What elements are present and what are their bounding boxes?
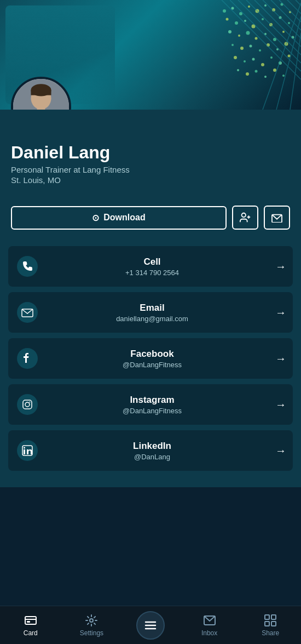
- profile-name: Daniel Lang: [11, 143, 290, 163]
- header-banner: [0, 0, 301, 110]
- svg-line-57: [290, 33, 301, 110]
- contact-cell-value: +1 314 790 2564: [40, 269, 264, 277]
- settings-nav-icon: [85, 614, 98, 627]
- svg-rect-90: [265, 622, 269, 626]
- svg-point-74: [30, 402, 31, 403]
- download-button[interactable]: ⊙ Download: [11, 206, 227, 230]
- contact-cell[interactable]: Cell +1 314 790 2564 →: [8, 246, 293, 287]
- svg-point-67: [17, 256, 38, 277]
- contact-facebook[interactable]: Facebook @DanLangFitness →: [8, 338, 293, 379]
- contact-linkedin-label: LinkedIn: [40, 441, 264, 452]
- contact-facebook-label: Facebook: [40, 349, 264, 360]
- email-icon: [271, 213, 283, 223]
- svg-point-63: [242, 213, 246, 217]
- svg-point-71: [17, 394, 38, 415]
- profile-section: Daniel Lang Personal Trainer at Lang Fit…: [0, 110, 301, 196]
- contact-facebook-text: Facebook @DanLangFitness: [40, 349, 275, 369]
- svg-rect-77: [24, 449, 25, 454]
- actions-section: ⊙ Download: [0, 196, 301, 241]
- add-contact-icon: [239, 212, 251, 224]
- instagram-icon: [17, 394, 38, 415]
- email-button[interactable]: [264, 206, 290, 230]
- contact-instagram[interactable]: Instagram @DanLangFitness →: [8, 384, 293, 425]
- svg-rect-61: [31, 90, 51, 95]
- svg-rect-91: [271, 622, 276, 626]
- nav-card[interactable]: Card: [14, 614, 47, 637]
- inbox-nav-icon: [203, 614, 216, 627]
- nav-share-label: Share: [262, 629, 279, 637]
- contact-cell-arrow: →: [275, 260, 286, 273]
- phone-icon-wrap: [15, 254, 40, 279]
- nav-inbox[interactable]: Inbox: [193, 614, 226, 637]
- contact-linkedin-text: LinkedIn @DanLang: [40, 441, 275, 461]
- download-label: Download: [103, 213, 145, 223]
- svg-point-78: [24, 447, 25, 449]
- contact-linkedin[interactable]: LinkedIn @DanLang →: [8, 430, 293, 471]
- svg-point-68: [17, 302, 38, 323]
- share-nav-icon: [264, 614, 277, 627]
- nav-settings[interactable]: Settings: [75, 614, 108, 637]
- nav-card-label: Card: [24, 629, 38, 637]
- nav-share[interactable]: Share: [254, 614, 287, 637]
- envelope-icon-wrap: [15, 300, 40, 325]
- avatar: [11, 77, 71, 110]
- svg-rect-62: [37, 107, 45, 110]
- avatar-container: [11, 77, 71, 110]
- contact-linkedin-value: @DanLang: [40, 453, 264, 461]
- nav-menu-button[interactable]: [136, 611, 165, 640]
- contact-cell-text: Cell +1 314 790 2564: [40, 257, 275, 277]
- facebook-icon-wrap: [15, 346, 40, 371]
- linkedin-icon: [17, 440, 38, 461]
- linkedin-icon-wrap: [15, 438, 40, 463]
- profile-location: St. Louis, MO: [11, 175, 290, 185]
- svg-line-56: [276, 16, 301, 110]
- svg-line-54: [222, 0, 301, 79]
- contact-cell-label: Cell: [40, 257, 264, 267]
- svg-rect-80: [25, 617, 36, 624]
- svg-rect-89: [271, 615, 276, 619]
- contact-linkedin-arrow: →: [275, 444, 286, 457]
- facebook-icon: [17, 348, 38, 369]
- envelope-icon: [17, 302, 38, 323]
- banner-lines: [192, 0, 301, 110]
- contact-instagram-text: Instagram @DanLangFitness: [40, 395, 275, 415]
- contact-email[interactable]: Email daniellang@gmail.com →: [8, 292, 293, 333]
- contact-instagram-label: Instagram: [40, 395, 264, 406]
- card-nav-icon: [24, 614, 37, 627]
- nav-settings-label: Settings: [80, 629, 103, 637]
- contact-email-label: Email: [40, 303, 264, 314]
- download-icon: ⊙: [92, 213, 99, 223]
- profile-title: Personal Trainer at Lang Fitness: [11, 165, 290, 174]
- contact-instagram-arrow: →: [275, 398, 286, 411]
- svg-point-70: [17, 348, 38, 369]
- svg-point-83: [90, 619, 93, 622]
- svg-line-48: [287, 0, 301, 14]
- menu-icon: [144, 619, 157, 632]
- contacts-section: Cell +1 314 790 2564 → Email daniellang@…: [0, 241, 301, 487]
- contact-facebook-value: @DanLangFitness: [40, 361, 264, 369]
- contact-email-arrow: →: [275, 306, 286, 319]
- contact-instagram-value: @DanLangFitness: [40, 407, 264, 415]
- svg-rect-82: [27, 621, 30, 623]
- contact-email-value: daniellang@gmail.com: [40, 315, 264, 323]
- add-contact-button[interactable]: [232, 206, 258, 230]
- nav-inbox-label: Inbox: [201, 629, 217, 637]
- phone-icon: [17, 256, 38, 277]
- bottom-nav: Card Settings Inbox Share: [0, 606, 301, 644]
- instagram-icon-wrap: [15, 392, 40, 417]
- empty-space: [0, 487, 301, 597]
- contact-email-text: Email daniellang@gmail.com: [40, 303, 275, 323]
- contact-facebook-arrow: →: [275, 352, 286, 365]
- svg-rect-88: [265, 615, 269, 619]
